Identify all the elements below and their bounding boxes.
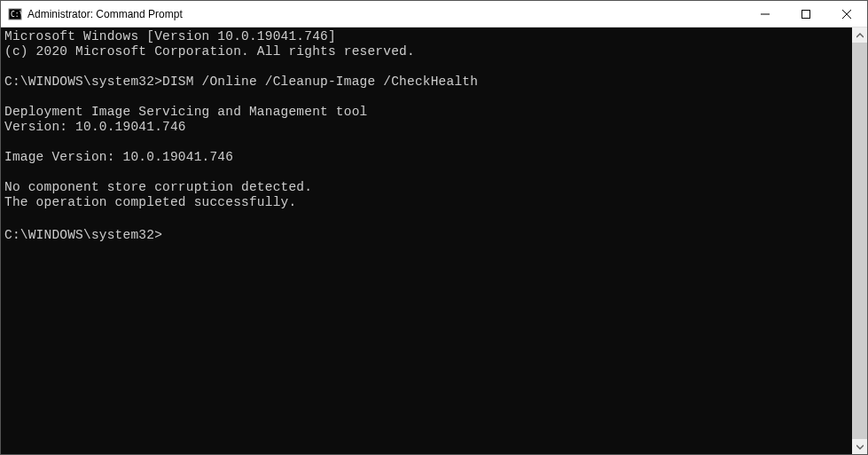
scrollbar-track[interactable] xyxy=(852,43,867,439)
output-line: Microsoft Windows [Version 10.0.19041.74… xyxy=(4,29,336,43)
scroll-up-button[interactable] xyxy=(852,27,867,43)
prompt-path: C:\WINDOWS\system32> xyxy=(4,228,162,242)
output-line: Version: 10.0.19041.746 xyxy=(4,120,186,134)
output-line: Image Version: 10.0.19041.746 xyxy=(4,150,233,164)
maximize-button[interactable] xyxy=(786,1,826,27)
cmd-icon: C:\ xyxy=(8,7,22,21)
command-text: DISM /Online /Cleanup-Image /CheckHealth xyxy=(162,75,478,89)
close-button[interactable] xyxy=(826,1,867,27)
vertical-scrollbar[interactable] xyxy=(852,27,867,454)
scrollbar-thumb[interactable] xyxy=(852,43,867,439)
output-line: Deployment Image Servicing and Managemen… xyxy=(4,105,367,119)
terminal-output[interactable]: Microsoft Windows [Version 10.0.19041.74… xyxy=(1,27,852,454)
output-line: No component store corruption detected. xyxy=(4,180,312,194)
window-controls xyxy=(745,1,867,27)
chevron-up-icon xyxy=(856,32,864,39)
minimize-icon xyxy=(761,10,770,19)
command-prompt-window: C:\ Administrator: Command Prompt xyxy=(0,0,868,455)
output-line: (c) 2020 Microsoft Corporation. All righ… xyxy=(4,44,415,59)
prompt-path: C:\WINDOWS\system32> xyxy=(4,75,162,89)
scroll-down-button[interactable] xyxy=(852,439,867,454)
svg-rect-3 xyxy=(802,10,810,18)
maximize-icon xyxy=(802,10,810,19)
window-title: Administrator: Command Prompt xyxy=(27,8,745,20)
cursor xyxy=(162,225,169,239)
svg-text:C:\: C:\ xyxy=(11,11,22,19)
minimize-button[interactable] xyxy=(745,1,786,27)
chevron-down-icon xyxy=(856,443,864,451)
client-area: Microsoft Windows [Version 10.0.19041.74… xyxy=(1,27,867,454)
titlebar[interactable]: C:\ Administrator: Command Prompt xyxy=(1,1,867,27)
output-line: The operation completed successfully. xyxy=(4,195,296,209)
close-icon xyxy=(842,10,851,19)
